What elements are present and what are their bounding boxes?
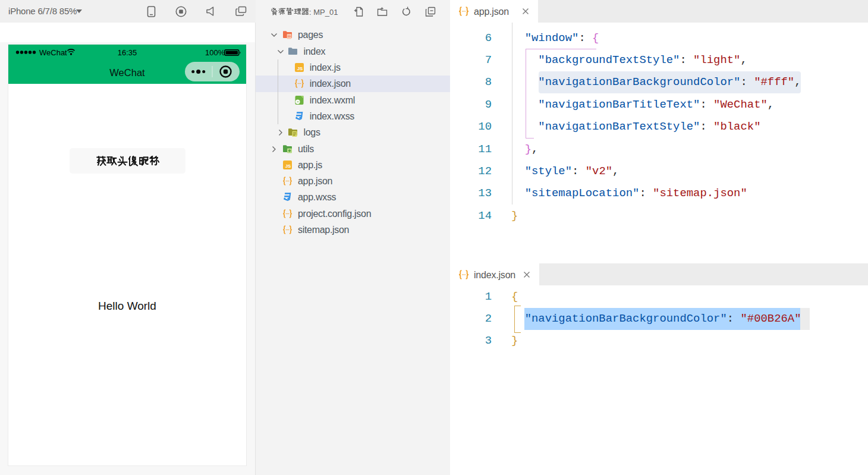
svg-text:JS: JS <box>285 163 291 169</box>
svg-text:JS: JS <box>297 66 303 71</box>
